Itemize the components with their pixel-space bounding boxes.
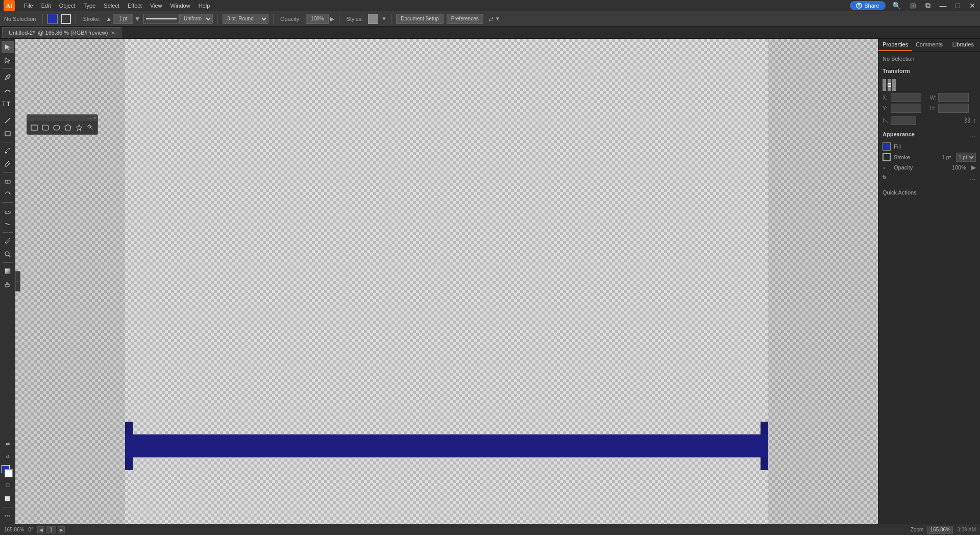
menu-type[interactable]: Type — [80, 2, 100, 10]
rectangle-tool[interactable] — [2, 128, 14, 140]
canvas-area[interactable]: — × — [15, 39, 878, 524]
stroke-size-up-icon[interactable]: ▲ — [106, 15, 112, 22]
flare-shape-tool[interactable] — [86, 122, 95, 133]
shape-toolbar-minimize-icon[interactable]: — — [87, 115, 92, 120]
transform-link-icon[interactable]: ⛓ — [965, 117, 971, 124]
no-selection-label: No Selection — [883, 56, 976, 62]
h-input[interactable] — [938, 104, 969, 113]
menu-effect[interactable]: Effect — [124, 2, 145, 10]
tab-properties[interactable]: Properties — [878, 39, 912, 51]
curvature-tool[interactable] — [2, 84, 14, 96]
arrange-icon[interactable]: ⇄ — [488, 15, 494, 22]
menu-view[interactable]: View — [146, 2, 166, 10]
tab-comments[interactable]: Comments — [912, 39, 946, 51]
line-tool[interactable] — [2, 114, 14, 127]
w-input[interactable] — [938, 93, 969, 102]
selection-tool[interactable] — [2, 41, 14, 53]
left-panel-collapse-btn[interactable]: ‹ — [15, 271, 20, 291]
angle-input[interactable] — [891, 116, 916, 125]
normal-mode-btn[interactable]: ☐ — [2, 479, 14, 492]
stroke-color-swatch[interactable] — [883, 153, 891, 161]
pen-tool[interactable] — [2, 71, 14, 83]
zoom-input[interactable] — [927, 526, 953, 534]
direct-selection-tool[interactable] — [2, 54, 14, 66]
stroke-style-select[interactable]: 3 pt. Round — [223, 14, 268, 24]
window-maximize-button[interactable]: □ — [953, 1, 963, 11]
reset-colors-tool[interactable]: ↺ — [2, 451, 14, 463]
window-restore-button[interactable]: ⧉ — [923, 0, 933, 11]
zoom-tool[interactable] — [2, 248, 14, 260]
opacity-container: ▶ — [306, 14, 334, 24]
paintbrush-tool[interactable] — [2, 144, 14, 157]
document-setup-button[interactable]: Document Setup — [396, 14, 444, 24]
star-shape-tool[interactable] — [75, 122, 84, 133]
type-tool[interactable]: T T — [2, 98, 14, 110]
stroke-type-select[interactable]: Uniform — [179, 14, 213, 24]
fx-more-icon[interactable]: ... — [970, 173, 976, 181]
preferences-button[interactable]: Preferences — [447, 14, 483, 24]
nav-prev-btn[interactable]: ◀ — [37, 526, 44, 533]
menu-help[interactable]: Help — [195, 2, 214, 10]
opacity-expand-btn[interactable]: ▶ — [971, 164, 976, 171]
search-button[interactable]: 🔍 — [890, 1, 903, 11]
svg-text:Ai: Ai — [6, 2, 12, 10]
background-color[interactable] — [5, 469, 13, 477]
rect-shape-tool[interactable] — [29, 122, 39, 133]
window-close-button[interactable]: ✕ — [967, 1, 978, 11]
document-tab[interactable]: Untitled-2* @ 165.86 % (RGB/Preview) ✕ — [2, 27, 121, 38]
shape-toolbar-header[interactable]: — × — [27, 115, 97, 121]
tool-sep-5 — [3, 202, 13, 203]
more-tools-btn[interactable]: ••• — [2, 509, 14, 522]
rotate-tool[interactable] — [2, 188, 14, 200]
pencil-tool[interactable] — [2, 158, 14, 170]
zoom-percent-label: 165.86% — [4, 527, 24, 532]
y-input[interactable] — [891, 104, 921, 113]
stroke-weight-select[interactable]: 1 pt — [956, 153, 976, 162]
fill-swatch[interactable] — [47, 14, 58, 24]
tab-libraries[interactable]: Libraries — [946, 39, 980, 51]
polygon-shape-tool[interactable] — [63, 122, 73, 133]
menu-edit[interactable]: Edit — [38, 2, 55, 10]
svg-rect-15 — [31, 125, 37, 130]
transform-options-icon[interactable]: ↕ — [973, 117, 976, 124]
menu-select[interactable]: Select — [100, 2, 123, 10]
opacity-input[interactable] — [306, 14, 329, 24]
share-button[interactable]: Share — [850, 1, 885, 10]
stroke-label: Stroke: — [81, 16, 103, 22]
eraser-tool[interactable] — [2, 175, 14, 187]
stroke-preview[interactable] — [143, 14, 179, 24]
opacity-expand-icon[interactable]: ▶ — [330, 15, 334, 22]
window-minimize-button[interactable]: — — [937, 1, 949, 11]
rounded-rect-shape-tool[interactable] — [40, 122, 50, 133]
nav-next-btn[interactable]: ▶ — [58, 526, 65, 533]
shape-toolbar-close-icon[interactable]: × — [93, 115, 96, 120]
artboard-number-input[interactable] — [46, 526, 56, 533]
menu-object[interactable]: Object — [56, 2, 79, 10]
eyedropper-tool[interactable] — [2, 235, 14, 247]
styles-arrow-icon[interactable]: ▼ — [381, 16, 386, 21]
gradient-tool[interactable] — [2, 265, 14, 277]
menu-window[interactable]: Window — [167, 2, 194, 10]
stroke-size-input[interactable] — [113, 14, 133, 24]
menu-file[interactable]: File — [20, 2, 37, 10]
eyedropper-icon — [4, 237, 11, 245]
stroke-line-preview — [146, 18, 177, 19]
fill-color-swatch[interactable] — [883, 142, 891, 151]
arrange-dropdown-icon[interactable]: ▼ — [495, 16, 500, 21]
ellipse-shape-tool[interactable] — [52, 122, 61, 133]
scale-tool[interactable] — [2, 205, 14, 217]
fx-row: fx ... — [883, 173, 976, 181]
tabbar: Untitled-2* @ 165.86 % (RGB/Preview) ✕ — [0, 27, 980, 39]
panel-toggle-button[interactable]: ⊞ — [908, 1, 919, 11]
stroke-size-down-icon[interactable]: ▼ — [134, 15, 140, 22]
hand-tool[interactable] — [2, 278, 14, 290]
appearance-more-icon[interactable]: ... — [970, 131, 976, 139]
styles-swatch[interactable] — [368, 14, 378, 24]
tab-close-icon[interactable]: ✕ — [111, 30, 115, 36]
swap-colors-tool[interactable]: ⇄ — [2, 437, 14, 450]
warp-tool[interactable] — [2, 218, 14, 230]
hbar-shaft[interactable] — [125, 434, 768, 457]
x-input[interactable] — [891, 93, 921, 102]
stroke-icon[interactable] — [61, 14, 71, 24]
screen-mode-btn[interactable]: ⬜ — [2, 493, 14, 505]
